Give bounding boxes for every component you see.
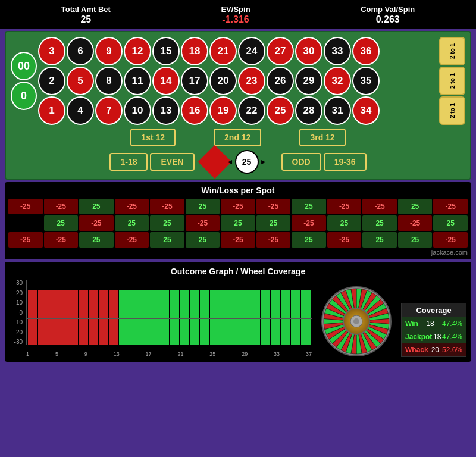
num-cell[interactable]: 34 <box>352 96 380 125</box>
num-cell[interactable]: 17 <box>181 67 208 95</box>
num-cell[interactable]: 15 <box>152 37 180 65</box>
num-cell[interactable]: 11 <box>124 67 151 95</box>
two-to-one-bot[interactable]: 2 to 1 <box>439 96 465 125</box>
num-cell[interactable]: 6 <box>67 37 94 65</box>
num-cell[interactable]: 26 <box>267 67 294 95</box>
wl-cell[interactable]: -25 <box>327 199 362 214</box>
wl-cell[interactable]: 25 <box>79 199 114 214</box>
wl-cell[interactable]: 25 <box>186 199 220 214</box>
zero-cell[interactable]: 0 <box>11 82 37 110</box>
one-eighteen-button[interactable]: 1-18 <box>109 153 148 171</box>
ev-spin-label: EV/Spin <box>221 5 250 14</box>
chart-bar <box>149 290 159 345</box>
even-odd-row: 1-18 EVEN 25 ODD 19-36 <box>11 150 465 174</box>
num-cell[interactable]: 1 <box>38 96 65 125</box>
num-cell[interactable]: 3 <box>38 37 65 65</box>
wl-cell[interactable]: 25 <box>150 215 184 231</box>
num-cell[interactable]: 21 <box>209 37 237 65</box>
num-cell[interactable]: 20 <box>209 67 237 95</box>
jackpot-label: Jackpot <box>405 333 432 341</box>
wl-cell[interactable]: -25 <box>221 232 255 248</box>
num-cell[interactable]: 8 <box>95 67 123 95</box>
third-twelve-button[interactable]: 3rd 12 <box>299 129 345 146</box>
wl-cell[interactable]: -25 <box>115 232 149 248</box>
num-cell[interactable]: 4 <box>67 96 94 125</box>
wl-cell[interactable]: -25 <box>186 215 220 231</box>
num-cell[interactable]: 19 <box>209 96 237 125</box>
num-cell[interactable]: 33 <box>324 37 351 65</box>
num-cell[interactable]: 7 <box>95 96 123 125</box>
wl-cell[interactable]: -25 <box>433 232 468 248</box>
num-cell[interactable]: 35 <box>352 67 380 95</box>
wl-cell[interactable]: 25 <box>327 215 362 231</box>
wl-cell[interactable]: 25 <box>433 215 468 231</box>
wl-cell[interactable]: 25 <box>292 232 326 248</box>
chart-bar <box>89 290 98 345</box>
wl-cell[interactable]: -25 <box>150 199 184 214</box>
wl-cell[interactable]: -25 <box>398 215 433 231</box>
wl-cell[interactable]: -25 <box>362 199 397 214</box>
wl-cell[interactable]: 25 <box>292 199 326 214</box>
num-cell[interactable]: 25 <box>267 96 294 125</box>
num-cell[interactable]: 36 <box>352 37 380 65</box>
wl-cell[interactable]: 25 <box>79 232 114 248</box>
num-cell[interactable]: 2 <box>38 67 65 95</box>
wl-cell[interactable]: 25 <box>221 215 255 231</box>
double-zero-cell[interactable]: 00 <box>11 52 37 80</box>
wl-cell[interactable]: 25 <box>362 215 397 231</box>
wl-cell[interactable]: -25 <box>292 215 326 231</box>
num-cell[interactable]: 23 <box>238 67 265 95</box>
even-button[interactable]: EVEN <box>150 153 194 171</box>
num-cell[interactable]: 9 <box>95 37 123 65</box>
num-cell[interactable]: 30 <box>295 37 322 65</box>
wl-cell[interactable]: 25 <box>150 232 184 248</box>
nineteen-thirtysix-button[interactable]: 19-36 <box>324 153 367 171</box>
wl-cell[interactable]: -25 <box>8 232 43 248</box>
wl-cell[interactable]: -25 <box>115 199 149 214</box>
num-cell[interactable]: 12 <box>124 37 151 65</box>
num-cell[interactable]: 29 <box>295 67 322 95</box>
num-cell[interactable]: 13 <box>152 96 180 125</box>
two-to-one-mid[interactable]: 2 to 1 <box>439 67 465 95</box>
num-cell[interactable]: 22 <box>238 96 265 125</box>
total-amt-bet-label: Total Amt Bet <box>61 5 111 14</box>
odd-button[interactable]: ODD <box>281 153 321 171</box>
num-cell[interactable]: 5 <box>67 67 94 95</box>
wl-cell[interactable]: -25 <box>44 232 79 248</box>
chart-bar <box>301 290 311 345</box>
two-to-one-top[interactable]: 2 to 1 <box>439 37 465 65</box>
wl-cell[interactable]: -25 <box>256 232 291 248</box>
wl-cell[interactable]: 25 <box>256 215 291 231</box>
first-twelve-button[interactable]: 1st 12 <box>130 129 176 146</box>
wl-cell[interactable]: -25 <box>8 199 43 214</box>
wl-cell[interactable]: -25 <box>327 232 362 248</box>
wl-cell[interactable]: 25 <box>398 199 433 214</box>
chart-bar <box>200 290 209 345</box>
jackpot-count: 18 <box>433 333 441 341</box>
win-count: 18 <box>426 320 434 328</box>
wl-cell[interactable]: 25 <box>398 232 433 248</box>
zero-line <box>26 318 312 319</box>
num-cell[interactable]: 24 <box>238 37 265 65</box>
num-cell[interactable]: 28 <box>295 96 322 125</box>
y-axis-labels: 30 20 10 0 -10 -20 -30 <box>10 280 24 345</box>
num-cell[interactable]: 32 <box>324 67 351 95</box>
wl-cell[interactable]: -25 <box>256 199 291 214</box>
num-cell[interactable]: 14 <box>152 67 180 95</box>
chart-bar <box>79 290 88 345</box>
wl-cell[interactable]: 25 <box>44 215 79 231</box>
wl-cell[interactable]: 25 <box>115 215 149 231</box>
wl-cell[interactable]: -25 <box>433 199 468 214</box>
num-cell[interactable]: 27 <box>267 37 294 65</box>
num-cell[interactable]: 10 <box>124 96 151 125</box>
num-cell[interactable]: 18 <box>181 37 208 65</box>
num-cell[interactable]: 16 <box>181 96 208 125</box>
wl-cell[interactable]: 25 <box>362 232 397 248</box>
wl-cell[interactable]: -25 <box>221 199 255 214</box>
wl-cell[interactable]: -25 <box>44 199 79 214</box>
num-cell[interactable]: 31 <box>324 96 351 125</box>
second-twelve-button[interactable]: 2nd 12 <box>214 129 261 146</box>
wl-cell-empty <box>8 215 43 231</box>
wl-cell[interactable]: 25 <box>186 232 220 248</box>
wl-cell[interactable]: -25 <box>79 215 114 231</box>
